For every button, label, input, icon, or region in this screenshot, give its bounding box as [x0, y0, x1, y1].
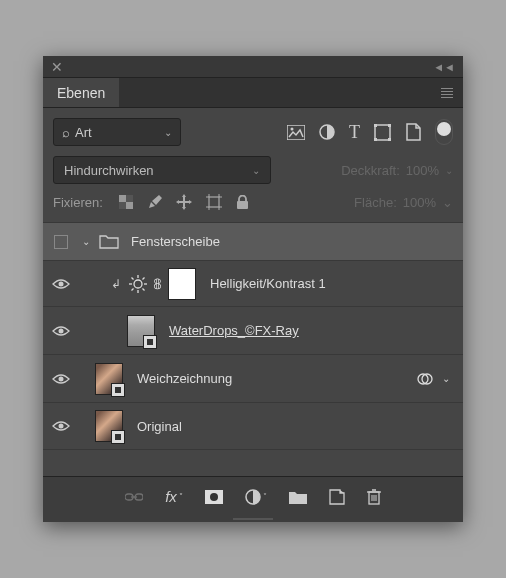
panel-tabs: Ebenen — [43, 78, 463, 108]
svg-line-28 — [132, 277, 134, 279]
svg-rect-12 — [209, 197, 219, 207]
tab-layers[interactable]: Ebenen — [43, 78, 119, 107]
svg-point-33 — [59, 376, 64, 381]
svg-point-22 — [59, 281, 64, 286]
chevron-down-icon: ⌄ — [252, 165, 260, 176]
fill-control[interactable]: Fläche: 100% ⌄ — [354, 195, 453, 210]
visibility-toggle[interactable] — [43, 235, 79, 249]
layer-adjustment[interactable]: ↲ 𝟠 Helligkeit/Kontrast 1 — [43, 260, 463, 306]
visibility-toggle[interactable] — [43, 373, 79, 385]
svg-rect-21 — [237, 201, 248, 209]
new-adjustment-icon[interactable]: ˅ — [245, 489, 267, 505]
fill-value: 100% — [403, 195, 436, 210]
tab-label: Ebenen — [57, 85, 105, 101]
layer-smartobject[interactable]: WaterDrops_©FX-Ray — [43, 306, 463, 354]
filter-pixel-icon[interactable] — [287, 125, 305, 140]
filter-adjustment-icon[interactable] — [319, 124, 335, 140]
chevron-down-icon: ⌄ — [442, 195, 453, 210]
brightness-icon — [129, 275, 147, 293]
panel-footer: fx˅ ˅ — [43, 476, 463, 516]
smartobject-badge — [111, 430, 125, 444]
filter-shape-icon[interactable] — [374, 124, 391, 141]
opacity-label: Deckkraft: — [341, 163, 400, 178]
resize-grabber[interactable] — [43, 516, 463, 522]
new-layer-icon[interactable] — [329, 489, 345, 505]
layer-name: Fensterscheibe — [131, 234, 220, 249]
lock-row: Fixieren: Fläche: 100% ⌄ — [43, 194, 463, 222]
blend-row: Hindurchwirken ⌄ Deckkraft: 100% ⌄ — [43, 156, 463, 194]
svg-rect-11 — [119, 202, 126, 209]
blend-mode-dropdown[interactable]: Hindurchwirken ⌄ — [53, 156, 271, 184]
layer-group[interactable]: ⌄ Fensterscheibe — [43, 222, 463, 260]
svg-rect-9 — [126, 202, 133, 209]
opacity-control[interactable]: Deckkraft: 100% ⌄ — [341, 163, 453, 178]
link-layers-icon[interactable] — [125, 492, 143, 502]
opacity-value: 100% — [406, 163, 439, 178]
delete-icon[interactable] — [367, 489, 381, 505]
lock-artboard-icon[interactable] — [206, 194, 222, 210]
chevron-down-icon: ⌄ — [164, 127, 172, 138]
lock-position-icon[interactable] — [176, 194, 192, 210]
blend-mode-label: Hindurchwirken — [64, 163, 252, 178]
layer-name: WaterDrops_©FX-Ray — [169, 323, 299, 338]
layers-panel: ✕ ◄◄ Ebenen ⌕ Art ⌄ T — [43, 56, 463, 522]
layer-thumb[interactable] — [127, 315, 155, 347]
filter-row: ⌕ Art ⌄ T — [43, 108, 463, 156]
layer-name: Original — [137, 419, 182, 434]
svg-rect-0 — [287, 125, 305, 140]
link-icon: 𝟠 — [153, 276, 162, 292]
visibility-toggle[interactable] — [43, 278, 79, 290]
svg-rect-5 — [388, 124, 391, 127]
layer-smartobject[interactable]: Original — [43, 402, 463, 450]
expand-icon[interactable]: ⌄ — [79, 236, 93, 247]
close-icon[interactable]: ✕ — [51, 59, 63, 75]
lock-transparency-icon[interactable] — [119, 195, 133, 209]
svg-point-32 — [59, 328, 64, 333]
layer-name: Weichzeichnung — [137, 371, 232, 386]
svg-rect-8 — [119, 195, 126, 202]
svg-rect-6 — [374, 138, 377, 141]
filter-dropdown[interactable]: ⌕ Art ⌄ — [53, 118, 181, 146]
svg-rect-10 — [126, 195, 133, 202]
filter-smartobject-icon[interactable] — [405, 123, 421, 141]
smartobject-badge — [143, 335, 157, 349]
smartobject-badge — [111, 383, 125, 397]
lock-all-icon[interactable] — [236, 195, 249, 210]
layer-mask-thumb[interactable] — [168, 268, 196, 300]
panel-menu-icon[interactable] — [441, 88, 453, 98]
visibility-toggle[interactable] — [43, 325, 79, 337]
svg-point-23 — [134, 280, 142, 288]
filter-toggle[interactable] — [435, 119, 453, 145]
svg-line-29 — [143, 288, 145, 290]
svg-line-31 — [143, 277, 145, 279]
chevron-down-icon: ⌄ — [445, 165, 453, 176]
new-group-icon[interactable] — [289, 490, 307, 504]
lock-label: Fixieren: — [53, 195, 103, 210]
fx-icon[interactable]: fx˅ — [165, 488, 183, 505]
lock-pixels-icon[interactable] — [147, 195, 162, 210]
layers-list: ⌄ Fensterscheibe ↲ 𝟠 Helligkeit/Kontrast… — [43, 222, 463, 450]
folder-icon — [99, 234, 119, 249]
layer-name: Helligkeit/Kontrast 1 — [210, 276, 326, 291]
search-icon: ⌕ — [62, 125, 70, 140]
svg-point-1 — [291, 127, 294, 130]
fill-label: Fläche: — [354, 195, 397, 210]
add-mask-icon[interactable] — [205, 490, 223, 504]
svg-point-41 — [210, 493, 218, 501]
collapse-icon[interactable]: ◄◄ — [433, 61, 455, 73]
svg-rect-3 — [375, 125, 390, 140]
svg-rect-7 — [388, 138, 391, 141]
visibility-toggle[interactable] — [43, 420, 79, 432]
chevron-down-icon[interactable]: ⌄ — [439, 373, 453, 384]
svg-rect-4 — [374, 124, 377, 127]
panel-titlebar: ✕ ◄◄ — [43, 56, 463, 78]
layer-thumb[interactable] — [95, 363, 123, 395]
layer-smartobject[interactable]: Weichzeichnung ⌄ — [43, 354, 463, 402]
svg-line-30 — [132, 288, 134, 290]
smartfilter-icon[interactable] — [417, 373, 433, 385]
filter-label: Art — [75, 125, 164, 140]
filter-type-icon[interactable]: T — [349, 122, 360, 143]
svg-point-36 — [59, 424, 64, 429]
clip-icon: ↲ — [111, 277, 121, 291]
layer-thumb[interactable] — [95, 410, 123, 442]
